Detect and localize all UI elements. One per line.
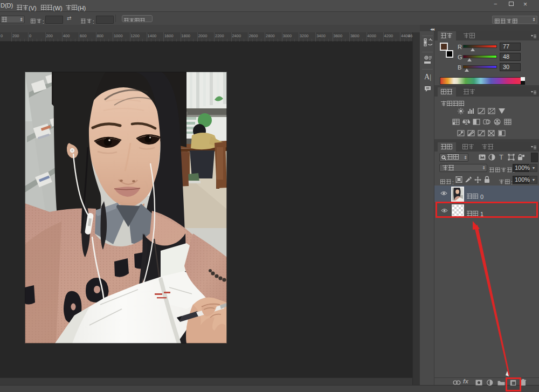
svg-text:T: T	[499, 153, 503, 161]
